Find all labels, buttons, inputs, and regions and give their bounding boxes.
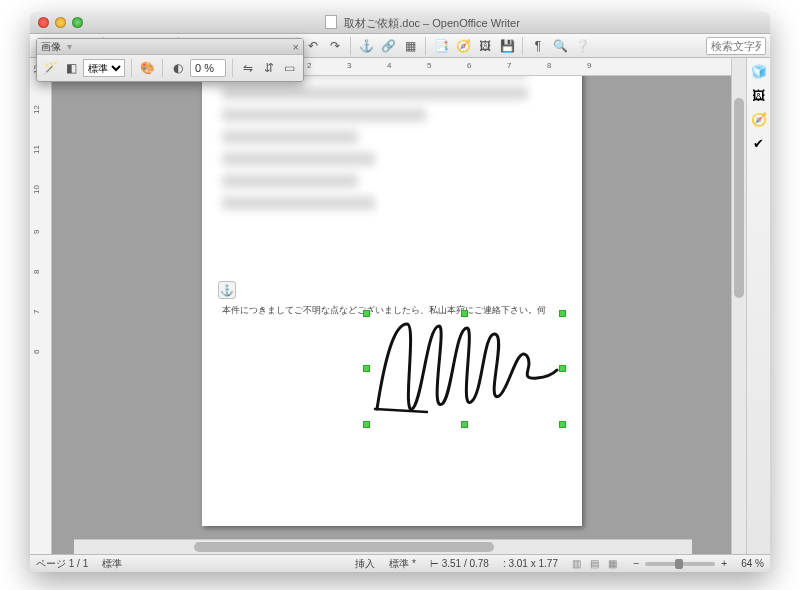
zoom-button[interactable]: 🔍 <box>550 36 570 56</box>
color-button[interactable]: 🎨 <box>138 58 156 78</box>
zoom-icon[interactable] <box>72 17 83 28</box>
traffic-lights <box>38 17 83 28</box>
resize-handle[interactable] <box>559 310 566 317</box>
page[interactable]: ⚓ 本件につきましてご不明な点などございましたら、私山本宛にご連絡下さい。何 <box>202 76 582 526</box>
window-title-text: 取材ご依頼.doc – OpenOffice Writer <box>344 17 520 29</box>
anchor-button[interactable]: ⚓ <box>356 36 376 56</box>
flip-h-button[interactable]: ⇋ <box>239 58 257 78</box>
status-bar: ページ 1 / 1 標準 挿入 標準 * ⊢ 3.51 / 0.78 : 3.0… <box>30 554 770 572</box>
anchor-icon[interactable]: ⚓ <box>218 281 236 299</box>
image-toolbar-title-text: 画像 <box>41 40 61 54</box>
status-zoom[interactable]: 64 % <box>741 558 764 569</box>
status-style[interactable]: 標準 <box>102 557 122 571</box>
signature-image[interactable] <box>367 314 562 424</box>
scroll-thumb[interactable] <box>194 542 494 552</box>
close-icon[interactable]: × <box>293 41 299 53</box>
table-button[interactable]: ▦ <box>400 36 420 56</box>
frame-props-button[interactable]: ▭ <box>281 58 299 78</box>
blurred-content <box>222 76 562 246</box>
resize-handle[interactable] <box>559 421 566 428</box>
styles-button[interactable]: 📑 <box>431 36 451 56</box>
resize-handle[interactable] <box>559 365 566 372</box>
view-mode-icons[interactable]: ▥ ▤ ▦ <box>572 558 620 569</box>
image-style-select[interactable]: 標準 <box>83 59 125 77</box>
undo-button[interactable]: ↶ <box>303 36 323 56</box>
resize-handle[interactable] <box>363 365 370 372</box>
sidebar-navigator-icon[interactable]: 🧭 <box>750 110 768 128</box>
image-toolbar-row: 🪄 ◧ 標準 🎨 ◐ ⇋ ⇵ ▭ <box>37 55 303 81</box>
vertical-ruler[interactable]: 13 12 11 10 9 8 7 6 <box>30 58 52 554</box>
sidebar-cube-icon[interactable]: 🧊 <box>750 62 768 80</box>
transparency-input[interactable] <box>190 59 226 77</box>
scroll-thumb[interactable] <box>734 98 744 298</box>
status-coords1: ⊢ 3.51 / 0.78 <box>430 558 489 569</box>
resize-handle[interactable] <box>461 310 468 317</box>
titlebar[interactable]: 取材ご依頼.doc – OpenOffice Writer <box>30 12 770 34</box>
resize-handle[interactable] <box>363 421 370 428</box>
grip-icon: ▾ <box>67 41 70 52</box>
resize-handle[interactable] <box>461 421 468 428</box>
resize-handle[interactable] <box>363 310 370 317</box>
sidebar-check-icon[interactable]: ✔ <box>750 134 768 152</box>
status-page: ページ 1 / 1 <box>36 557 88 571</box>
vertical-scrollbar[interactable] <box>731 58 746 554</box>
horizontal-scrollbar[interactable] <box>74 539 692 554</box>
nonprinting-button[interactable]: ¶ <box>528 36 548 56</box>
close-icon[interactable] <box>38 17 49 28</box>
hyperlink-button[interactable]: 🔗 <box>378 36 398 56</box>
image-toolbar-title[interactable]: 画像 ▾ × <box>37 39 303 55</box>
image-mode-button[interactable]: ◧ <box>62 58 80 78</box>
search-input[interactable] <box>706 37 766 55</box>
document-icon <box>325 15 337 29</box>
flip-v-button[interactable]: ⇵ <box>260 58 278 78</box>
zoom-slider[interactable]: −+ <box>634 558 728 569</box>
image-filter-button[interactable]: 🪄 <box>41 58 59 78</box>
image-toolbar[interactable]: 画像 ▾ × 🪄 ◧ 標準 🎨 ◐ ⇋ ⇵ ▭ <box>36 38 304 82</box>
minimize-icon[interactable] <box>55 17 66 28</box>
status-coords2: : 3.01 x 1.77 <box>503 558 558 569</box>
redo-button[interactable]: ↷ <box>325 36 345 56</box>
workarea: 13 12 11 10 9 8 7 6 2 1 1 2 3 4 5 6 7 8 … <box>30 58 770 554</box>
signature-graphic <box>367 314 562 424</box>
document-canvas[interactable]: ⚓ 本件につきましてご不明な点などございましたら、私山本宛にご連絡下さい。何 <box>52 76 731 554</box>
right-sidebar: 🧊 🖼 🧭 ✔ <box>746 58 770 554</box>
app-window: 取材ご依頼.doc – OpenOffice Writer 📄 📂 💾 ✉️ 📕… <box>30 12 770 572</box>
document-column: 2 1 1 2 3 4 5 6 7 8 9 ⚓ 本件につ <box>52 58 731 554</box>
datasources-button[interactable]: 💾 <box>497 36 517 56</box>
gallery-button[interactable]: 🖼 <box>475 36 495 56</box>
sidebar-gallery-icon[interactable]: 🖼 <box>750 86 768 104</box>
status-insert[interactable]: 挿入 <box>355 557 375 571</box>
status-mode[interactable]: 標準 * <box>389 557 416 571</box>
transparency-icon: ◐ <box>169 58 187 78</box>
window-title: 取材ご依頼.doc – OpenOffice Writer <box>83 15 762 31</box>
navigator-button[interactable]: 🧭 <box>453 36 473 56</box>
help-button[interactable]: ❔ <box>572 36 592 56</box>
